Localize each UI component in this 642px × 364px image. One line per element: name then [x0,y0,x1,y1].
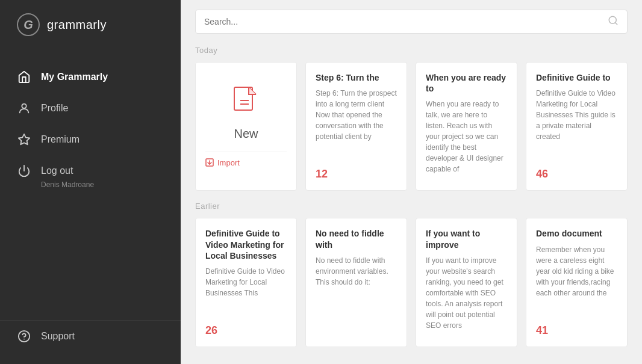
sidebar: G grammarly My Grammarly Profile [0,0,181,364]
earlier-label: Earlier [195,202,628,211]
earlier-card-4[interactable]: Demo document Remember when you were a c… [526,218,628,347]
earlier-card-1-title: Definitive Guide to Video Marketing for … [205,228,287,261]
today-card-1[interactable]: Step 6: Turn the Step 6: Turn the prospe… [305,62,407,191]
sidebar-item-my-grammarly-label: My Grammarly [41,72,108,82]
earlier-card-2[interactable]: No need to fiddle with No need to fiddle… [305,218,407,347]
earlier-card-1[interactable]: Definitive Guide to Video Marketing for … [195,218,297,347]
svg-point-0 [22,104,26,108]
earlier-card-4-title: Demo document [536,228,617,239]
earlier-card-1-count: 26 [205,324,287,337]
new-card[interactable]: New Import [195,62,297,191]
earlier-card-3[interactable]: If you want to improve If you want to im… [416,218,517,347]
search-bar[interactable] [195,10,628,34]
earlier-card-3-title: If you want to improve [426,228,507,250]
import-label: Import [217,158,240,167]
svg-line-6 [615,22,617,24]
sidebar-bottom: Support [0,306,181,364]
sidebar-logout-username: Denis Madroane [17,180,94,189]
today-label: Today [195,46,628,55]
today-card-2[interactable]: When you are ready to When you are ready… [416,62,517,191]
star-icon [17,132,31,147]
earlier-card-4-body: Remember when you were a careless eight … [536,244,617,298]
earlier-card-2-body: No need to fiddle with environment varia… [316,255,397,288]
sidebar-item-profile-label: Profile [41,103,68,114]
today-card-2-title: When you are ready to [426,72,507,94]
logo-icon: G [17,13,40,36]
power-icon [17,164,31,178]
new-card-label: New [234,127,258,141]
today-cards-grid: New Import Step 6: Turn the Step 6: Turn… [195,62,628,191]
earlier-cards-grid: Definitive Guide to Video Marketing for … [195,218,628,347]
sidebar-support-label: Support [41,331,75,342]
earlier-card-3-body: If you want to improve your website's se… [426,255,507,331]
logo-text: grammarly [47,18,107,32]
sidebar-item-premium[interactable]: Premium [0,124,181,155]
sidebar-item-my-grammarly[interactable]: My Grammarly [0,61,181,93]
search-input[interactable] [204,17,608,26]
today-card-1-body: Step 6: Turn the prospect into a long te… [316,88,397,142]
sidebar-item-support[interactable]: Support [0,320,181,352]
sidebar-item-premium-label: Premium [41,134,79,145]
today-card-2-body: When you are ready to talk, we are here … [426,99,507,174]
logo[interactable]: G grammarly [0,0,181,49]
home-icon [17,70,31,84]
today-card-1-title: Step 6: Turn the [316,72,397,83]
today-card-1-count: 12 [316,168,397,180]
today-card-3-count: 46 [536,168,617,180]
sidebar-nav: My Grammarly Profile Premium [0,49,181,306]
earlier-card-4-count: 41 [536,324,617,337]
earlier-card-1-body: Definitive Guide to Video Marketing for … [205,266,287,298]
new-document-icon [232,86,261,122]
search-icon [608,15,619,28]
today-card-3[interactable]: Definitive Guide to Definitive Guide to … [526,62,628,191]
user-icon [17,101,31,116]
today-card-3-body: Definitive Guide to Video Marketing for … [536,88,617,142]
today-card-3-title: Definitive Guide to [536,72,617,83]
sidebar-item-logout-label: Log out [41,165,73,176]
main-content: Today New Import [181,0,642,364]
earlier-card-2-title: No need to fiddle with [316,228,397,250]
svg-marker-1 [19,134,30,144]
sidebar-item-logout[interactable]: Log out Denis Madroane [0,155,181,197]
import-button[interactable]: Import [205,152,287,167]
sidebar-item-profile[interactable]: Profile [0,93,181,124]
help-icon [17,329,31,344]
